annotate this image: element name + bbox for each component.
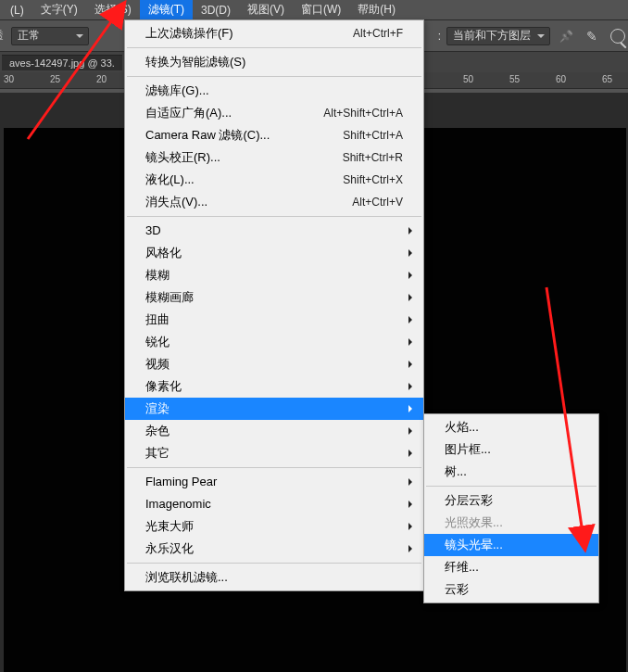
menu-item-shortcut: Alt+Ctrl+F <box>353 25 403 42</box>
menu-item-label: 上次滤镜操作(F) <box>145 25 233 42</box>
menu-item-label: 消失点(V)... <box>145 194 207 210</box>
menu-other[interactable]: 其它 <box>125 442 423 464</box>
menu-item-label: 光束大师 <box>145 518 194 535</box>
menu-filter-gallery[interactable]: 滤镜库(G)... <box>125 80 423 102</box>
menu-sharpen[interactable]: 锐化 <box>125 331 423 353</box>
menu-separator <box>127 467 421 468</box>
blend-mode-dropdown[interactable]: 正常 <box>11 27 89 45</box>
menu-item-label: 火焰... <box>445 419 479 436</box>
menu-select[interactable]: 选择(S) <box>86 0 140 20</box>
pressure-icon[interactable] <box>608 26 628 46</box>
menu-item-shortcut: Shift+Ctrl+R <box>343 149 403 166</box>
ruler-tick: 20 <box>96 74 107 84</box>
pin-icon[interactable] <box>556 26 576 46</box>
brush-options-icon[interactable] <box>582 26 602 46</box>
menu-help[interactable]: 帮助(H) <box>349 0 404 20</box>
menu-3d-filters[interactable]: 3D <box>125 220 423 242</box>
sample-dropdown[interactable]: 当前和下方图层 <box>446 27 550 45</box>
menu-separator <box>127 563 421 564</box>
menu-separator <box>127 47 421 48</box>
menu-item-shortcut: Alt+Ctrl+V <box>352 194 403 210</box>
sample-label: : <box>438 30 441 43</box>
menu-item-label: 视频 <box>145 356 170 373</box>
submenu-clouds[interactable]: 云彩 <box>424 578 598 601</box>
menu-convert-smart[interactable]: 转换为智能滤镜(S) <box>125 51 423 73</box>
menu-item-label: 其它 <box>145 445 170 462</box>
menu-item-label: 镜头校正(R)... <box>145 149 220 166</box>
submenu-flame[interactable]: 火焰... <box>424 416 598 438</box>
submenu-lighting-effects: 光照效果... <box>424 512 598 534</box>
menu-item-label: 杂色 <box>145 423 170 439</box>
menu-distort[interactable]: 扭曲 <box>125 309 423 331</box>
menu-browse-online[interactable]: 浏览联机滤镜... <box>125 566 423 589</box>
menu-item-label: 渲染 <box>145 400 170 417</box>
menu-item-label: 光照效果... <box>445 514 503 531</box>
menu-filter[interactable]: 滤镜(T) <box>140 0 193 20</box>
filter-menu: 上次滤镜操作(F) Alt+Ctrl+F 转换为智能滤镜(S) 滤镜库(G)..… <box>124 19 424 591</box>
menu-video[interactable]: 视频 <box>125 353 423 375</box>
menu-item-label: 云彩 <box>445 581 469 598</box>
menu-item-label: Flaming Pear <box>145 474 217 490</box>
menu-item-label: 风格化 <box>145 245 182 261</box>
menu-item-label: 永乐汉化 <box>145 540 194 557</box>
menu-yongle[interactable]: 永乐汉化 <box>125 538 423 560</box>
menu-type[interactable]: 文字(Y) <box>32 0 86 20</box>
menu-last-filter[interactable]: 上次滤镜操作(F) Alt+Ctrl+F <box>125 22 423 44</box>
menu-3d[interactable]: 3D(D) <box>193 1 239 19</box>
menu-layer[interactable]: (L) <box>2 1 32 19</box>
menu-item-label: 扭曲 <box>145 311 170 328</box>
menu-item-label: 自适应广角(A)... <box>145 105 232 121</box>
menu-item-shortcut: Alt+Shift+Ctrl+A <box>323 105 403 121</box>
ruler-tick: 30 <box>4 74 14 84</box>
document-title: aves-142497.jpg @ 33. <box>9 57 115 69</box>
menu-item-label: 像素化 <box>145 378 182 395</box>
menu-flaming-pear[interactable]: Flaming Pear <box>125 471 423 493</box>
menu-item-label: 图片框... <box>445 441 491 458</box>
menu-blur-gallery[interactable]: 模糊画廊 <box>125 286 423 309</box>
submenu-tree[interactable]: 树... <box>424 461 598 483</box>
menu-item-label: 转换为智能滤镜(S) <box>145 54 245 70</box>
menu-item-label: 模糊 <box>145 267 170 284</box>
menu-render[interactable]: 渲染 <box>125 398 423 420</box>
submenu-picture-frame[interactable]: 图片框... <box>424 438 598 461</box>
menu-item-label: 树... <box>445 463 467 480</box>
menu-item-label: Imagenomic <box>145 496 211 513</box>
menu-item-label: 液化(L)... <box>145 171 195 188</box>
submenu-lens-flare[interactable]: 镜头光晕... <box>424 534 598 556</box>
menu-item-label: 分层云彩 <box>445 492 493 509</box>
menu-view[interactable]: 视图(V) <box>239 0 293 20</box>
menu-separator <box>127 76 421 77</box>
menu-item-shortcut: Shift+Ctrl+X <box>343 171 403 188</box>
menu-lens-correction[interactable]: 镜头校正(R)... Shift+Ctrl+R <box>125 146 423 169</box>
menu-window[interactable]: 窗口(W) <box>293 0 349 20</box>
menu-item-label: 3D <box>145 222 161 239</box>
menu-item-shortcut: Shift+Ctrl+A <box>343 127 403 144</box>
submenu-fibers[interactable]: 纤维... <box>424 556 598 578</box>
ruler-tick: 50 <box>463 74 473 84</box>
menu-pixelate[interactable]: 像素化 <box>125 375 423 398</box>
blend-mode-value: 正常 <box>18 28 40 44</box>
menu-liquify[interactable]: 液化(L)... Shift+Ctrl+X <box>125 169 423 191</box>
menu-blur[interactable]: 模糊 <box>125 264 423 286</box>
document-tab[interactable]: aves-142497.jpg @ 33. <box>2 55 122 70</box>
menu-item-label: 浏览联机滤镜... <box>145 569 228 586</box>
submenu-difference-clouds[interactable]: 分层云彩 <box>424 489 598 512</box>
menu-adaptive-wide-angle[interactable]: 自适应广角(A)... Alt+Shift+Ctrl+A <box>125 102 423 124</box>
menu-item-label: 滤镜库(G)... <box>145 82 209 99</box>
menu-stylize[interactable]: 风格化 <box>125 242 423 264</box>
menu-item-label: 锐化 <box>145 334 170 350</box>
ruler-tick: 65 <box>602 74 612 84</box>
render-submenu: 火焰... 图片框... 树... 分层云彩 光照效果... 镜头光晕... 纤… <box>423 413 599 603</box>
menu-item-label: 模糊画廊 <box>145 289 194 306</box>
menu-imagenomic[interactable]: Imagenomic <box>125 493 423 515</box>
ruler-tick: 55 <box>509 74 520 84</box>
menu-separator <box>426 486 597 487</box>
menu-separator <box>127 216 421 217</box>
menu-camera-raw[interactable]: Camera Raw 滤镜(C)... Shift+Ctrl+A <box>125 124 423 146</box>
menu-noise[interactable]: 杂色 <box>125 420 423 442</box>
menu-ray-master[interactable]: 光束大师 <box>125 515 423 538</box>
menu-item-label: 纤维... <box>445 559 479 576</box>
ruler-tick: 25 <box>50 74 60 84</box>
menu-vanishing-point[interactable]: 消失点(V)... Alt+Ctrl+V <box>125 191 423 213</box>
sample-value: 当前和下方图层 <box>453 28 531 44</box>
